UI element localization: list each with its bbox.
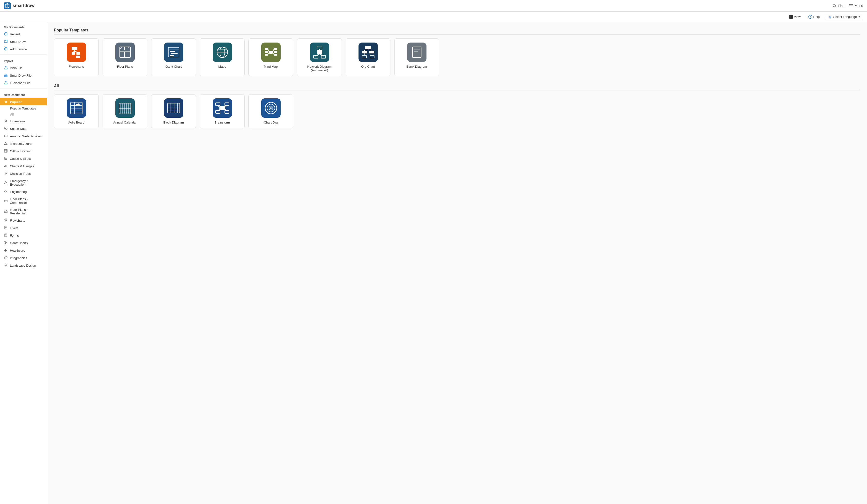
search-button[interactable]: Find (833, 4, 845, 8)
all-label-4: Brainstorm (215, 121, 230, 124)
sidebar-item-floor-residential[interactable]: Floor Plans - Residential (0, 206, 47, 217)
sidebar-item-azure[interactable]: Microsoft Azure (0, 140, 47, 147)
sidebar-item-decision-trees[interactable]: Decision Trees (0, 170, 47, 177)
language-selector[interactable]: G Select Language ▼ (826, 14, 863, 20)
template-card-block[interactable]: Block Diagram (151, 94, 196, 128)
sidebar-item-gantt[interactable]: Gantt Charts (0, 239, 47, 247)
svg-marker-21 (4, 40, 7, 43)
sidebar-item-label: Infographics (10, 256, 27, 260)
svg-rect-34 (4, 135, 7, 137)
template-card-calendar[interactable]: Annual Calendar (103, 94, 147, 128)
sidebar-item-recent[interactable]: Recent (0, 31, 47, 38)
svg-rect-95 (170, 55, 174, 56)
sidebar-sub-label: All (10, 113, 13, 116)
sidebar-item-cad[interactable]: CAD & Drafting (0, 147, 47, 155)
sidebar-item-add-service[interactable]: Add Service (0, 45, 47, 53)
template-card-agile[interactable]: Agile Board (54, 94, 99, 128)
sidebar-item-label: Amazon Web Services (10, 134, 42, 138)
help-icon: ? (809, 15, 812, 19)
svg-point-5 (833, 4, 836, 7)
sidebar-item-flowcharts[interactable]: Flowcharts (0, 217, 47, 224)
sidebar-subitem-all[interactable]: All (0, 111, 47, 118)
template-card-mind-map[interactable]: Mind Map (248, 39, 293, 76)
grid-icon (789, 15, 793, 19)
template-card-org-chart[interactable]: Org Chart (346, 39, 390, 76)
popular-templates-grid: Flowcharts Floor Plans (54, 39, 860, 76)
sidebar-item-label: Add Service (10, 47, 27, 51)
sidebar-subitem-popular-templates[interactable]: Popular Templates (0, 106, 47, 111)
svg-point-51 (6, 183, 6, 184)
template-card-floor-plans[interactable]: Floor Plans (103, 39, 147, 76)
upload-icon-3 (4, 81, 8, 85)
blank-icon-bg (407, 43, 427, 62)
floor-commercial-icon (4, 199, 8, 203)
all-label-1: Agile Board (68, 121, 84, 124)
template-card-flowcharts[interactable]: Flowcharts (54, 39, 99, 76)
sidebar-item-visio[interactable]: Visio File (0, 64, 47, 72)
svg-line-83 (73, 51, 75, 52)
template-card-network[interactable]: Network Diagram (Automated) (297, 39, 342, 76)
logo-area: smartdraw (4, 2, 833, 9)
agile-icon-bg (67, 98, 86, 118)
svg-rect-132 (413, 47, 421, 57)
template-card-brainstorm[interactable]: Brainstorm (200, 94, 245, 128)
sidebar-item-engineering[interactable]: Engineering (0, 188, 47, 196)
cad-icon (4, 149, 8, 153)
template-card-blank[interactable]: Blank Diagram (394, 39, 439, 76)
sidebar-item-label: Recent (10, 32, 20, 36)
sidebar-item-aws[interactable]: Amazon Web Services (0, 132, 47, 140)
network-label: Network Diagram (Automated) (301, 65, 338, 72)
svg-rect-70 (5, 242, 7, 243)
sidebar-item-lucidchart[interactable]: Lucidchart File (0, 79, 47, 87)
sidebar-item-flyers[interactable]: Flyers (0, 224, 47, 232)
sidebar-item-healthcare[interactable]: Healthcare (0, 247, 47, 254)
sidebar-item-floor-commercial[interactable]: Floor Plans - Commercial (0, 196, 47, 206)
sidebar-item-smartdraw[interactable]: SmartDraw (0, 38, 47, 45)
help-button[interactable]: ? Help (806, 14, 822, 20)
view-button[interactable]: View (788, 14, 803, 20)
gear-icon (4, 119, 8, 123)
brainstorm-template-icon (215, 101, 229, 115)
svg-rect-44 (6, 165, 6, 167)
svg-rect-73 (4, 250, 7, 251)
template-card-chart-org[interactable]: Chart Org (248, 94, 293, 128)
svg-rect-159 (225, 103, 229, 106)
sidebar-item-label: Shape Data (10, 127, 26, 131)
engineering-icon (4, 190, 8, 194)
sidebar-item-label: Forms (10, 234, 19, 237)
svg-rect-105 (274, 48, 277, 50)
sidebar-item-forms[interactable]: Forms (0, 232, 47, 239)
sidebar: My Documents Recent SmartDraw Add Servic… (0, 22, 47, 504)
template-card-maps[interactable]: Maps (200, 39, 245, 76)
add-service-icon (4, 47, 8, 51)
sidebar-item-emergency[interactable]: Emergency & Evacuation (0, 177, 47, 188)
sidebar-item-label: Floor Plans - Commercial (10, 197, 43, 205)
smartdraw-logo-icon (4, 2, 11, 9)
sidebar-divider-1 (0, 54, 47, 55)
info-icon: i (4, 256, 8, 260)
sidebar-item-cause-effect[interactable]: Cause & Effect (0, 155, 47, 162)
azure-icon (4, 142, 8, 146)
calendar-icon-bg (115, 98, 135, 118)
org-chart-label: Org Chart (361, 65, 375, 68)
template-card-gantt[interactable]: Gantt Chart (151, 39, 196, 76)
sidebar-item-charts[interactable]: Charts & Gauges (0, 162, 47, 170)
sidebar-item-label: CAD & Drafting (10, 150, 31, 153)
menu-button[interactable]: Menu (849, 4, 863, 8)
sidebar-item-shape-data[interactable]: Shape Data (0, 125, 47, 132)
sidebar-item-infographics[interactable]: i Infographics (0, 254, 47, 262)
sidebar-item-landscape[interactable]: Landscape Design (0, 262, 47, 269)
sidebar-item-smartdraw-file[interactable]: SmartDraw File (0, 72, 47, 79)
svg-rect-160 (215, 110, 220, 113)
sidebar-item-extensions[interactable]: Extensions (0, 118, 47, 125)
sidebar-item-label: Visio File (10, 66, 23, 70)
sidebar-item-label: Floor Plans - Residential (10, 208, 43, 215)
gantt-icon-bg (164, 43, 183, 62)
google-icon: G (828, 15, 832, 19)
svg-rect-45 (7, 165, 7, 167)
network-icon-bg (310, 43, 329, 62)
emergency-icon (4, 181, 8, 185)
sidebar-item-popular[interactable]: ★ Popular (0, 98, 47, 106)
svg-rect-161 (225, 110, 229, 113)
sidebar-item-label: Cause & Effect (10, 157, 31, 161)
